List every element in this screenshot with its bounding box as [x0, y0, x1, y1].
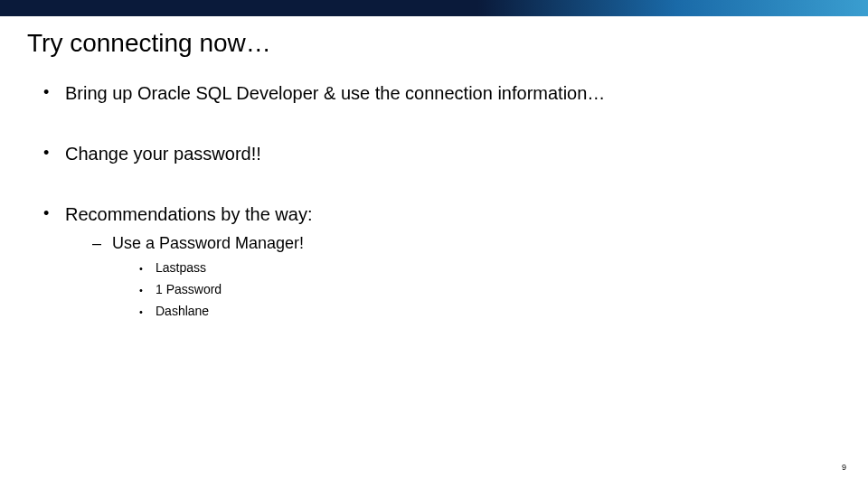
header-bar [0, 0, 868, 16]
list-item-text: Recommendations by the way: [65, 204, 312, 224]
list-item: Use a Password Manager! Lastpass 1 Passw… [92, 234, 841, 318]
slide-title: Try connecting now… [27, 29, 841, 58]
bullet-list-level2: Use a Password Manager! Lastpass 1 Passw… [65, 234, 841, 318]
bullet-list-level3: Lastpass 1 Password Dashlane [112, 260, 841, 318]
slide-content: Try connecting now… Bring up Oracle SQL … [0, 16, 868, 318]
list-item-text: Use a Password Manager! [112, 234, 304, 252]
list-item: Recommendations by the way: Use a Passwo… [43, 204, 841, 318]
list-item: Dashlane [139, 304, 841, 318]
list-item: 1 Password [139, 282, 841, 296]
list-item: Lastpass [139, 260, 841, 275]
bullet-list-level1: Bring up Oracle SQL Developer & use the … [27, 83, 841, 318]
list-item: Bring up Oracle SQL Developer & use the … [43, 83, 841, 104]
page-number: 9 [842, 463, 846, 472]
list-item: Change your password!! [43, 144, 841, 164]
